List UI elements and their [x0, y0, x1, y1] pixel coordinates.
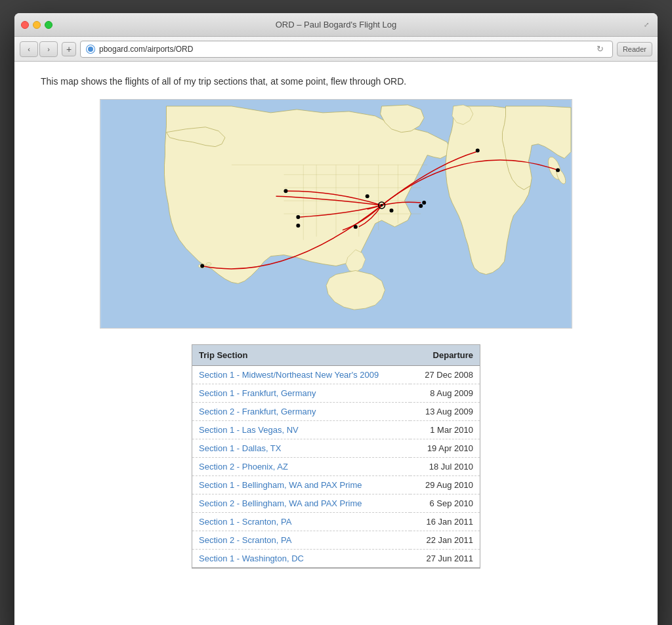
table-row: Section 2 - Frankfurt, Germany13 Aug 200… [192, 403, 480, 421]
trip-section-cell[interactable]: Section 1 - Midwest/Northeast New Year's… [192, 366, 410, 384]
table-row: Section 2 - Bellingham, WA and PAX Prime… [192, 494, 480, 513]
svg-point-36 [381, 204, 383, 207]
trip-section-cell[interactable]: Section 2 - Scranton, PA [192, 531, 410, 550]
page-description: This map shows the flights of all of my … [41, 75, 631, 89]
traffic-lights [21, 21, 52, 29]
trip-section-cell[interactable]: Section 1 - Bellingham, WA and PAX Prime [192, 476, 410, 494]
table-row: Section 1 - Scranton, PA16 Jan 2011 [192, 513, 480, 531]
departure-date-cell: 16 Jan 2011 [410, 513, 480, 531]
table-row: Section 1 - Washington, DC27 Jun 2011 [192, 550, 480, 568]
trip-section-cell[interactable]: Section 2 - Bellingham, WA and PAX Prime [192, 494, 410, 513]
departure-date-cell: 6 Sep 2010 [410, 494, 480, 513]
departure-date-cell: 13 Aug 2009 [410, 403, 480, 421]
nav-buttons: ‹ › [20, 41, 58, 57]
fullscreen-icon[interactable]: ⤢ [642, 20, 651, 30]
trip-section-cell[interactable]: Section 2 - Frankfurt, Germany [192, 403, 410, 421]
svg-point-28 [296, 224, 300, 228]
trip-section-cell[interactable]: Section 2 - Phoenix, AZ [192, 458, 410, 476]
table-row: Section 1 - Bellingham, WA and PAX Prime… [192, 476, 480, 494]
departure-date-cell: 1 Mar 2010 [410, 421, 480, 439]
svg-point-29 [354, 225, 358, 229]
reader-button[interactable]: Reader [617, 42, 652, 56]
departure-date-cell: 29 Aug 2010 [410, 476, 480, 494]
table-header-row: Trip Section Departure [192, 345, 480, 366]
table-row: Section 2 - Scranton, PA22 Jan 2011 [192, 531, 480, 550]
minimize-button[interactable] [33, 21, 41, 29]
maximize-button[interactable] [45, 21, 52, 29]
table-row: Section 1 - Midwest/Northeast New Year's… [192, 366, 480, 384]
browser-toolbar: ‹ › + pbogard.com/airports/ORD ↻ Reader [14, 37, 658, 62]
titlebar: ORD – Paul Bogard's Flight Log ⤢ [14, 13, 658, 37]
reload-button[interactable]: ↻ [594, 43, 607, 56]
trip-section-cell[interactable]: Section 1 - Washington, DC [192, 550, 410, 568]
trip-section-cell[interactable]: Section 1 - Las Vegas, NV [192, 421, 410, 439]
flight-map [100, 99, 572, 329]
window-title: ORD – Paul Bogard's Flight Log [276, 20, 397, 30]
table-row: Section 1 - Frankfurt, Germany8 Aug 2009 [192, 384, 480, 403]
trip-section-cell[interactable]: Section 1 - Dallas, TX [192, 439, 410, 458]
flights-table-container: Trip Section Departure Section 1 - Midwe… [192, 344, 480, 569]
trip-section-cell[interactable]: Section 1 - Scranton, PA [192, 513, 410, 531]
col-departure: Departure [410, 345, 480, 366]
svg-point-25 [556, 168, 560, 172]
secure-icon [86, 45, 95, 54]
departure-date-cell: 19 Apr 2010 [410, 439, 480, 458]
svg-point-27 [296, 215, 300, 219]
departure-date-cell: 22 Jan 2011 [410, 531, 480, 550]
svg-point-26 [284, 189, 287, 193]
browser-window: ORD – Paul Bogard's Flight Log ⤢ ‹ › + p… [14, 13, 658, 625]
address-bar[interactable]: pbogard.com/airports/ORD ↻ [80, 41, 613, 58]
close-button[interactable] [21, 21, 29, 29]
svg-point-34 [390, 209, 394, 212]
back-button[interactable]: ‹ [20, 41, 38, 57]
departure-date-cell: 18 Jul 2010 [410, 458, 480, 476]
table-row: Section 2 - Phoenix, AZ18 Jul 2010 [192, 458, 480, 476]
svg-point-31 [419, 204, 423, 208]
departure-date-cell: 8 Aug 2009 [410, 384, 480, 403]
svg-point-33 [366, 194, 369, 198]
departure-date-cell: 27 Dec 2008 [410, 366, 480, 384]
address-text: pbogard.com/airports/ORD [99, 45, 590, 54]
new-tab-button[interactable]: + [62, 42, 76, 56]
col-trip-section: Trip Section [192, 345, 410, 366]
forward-button[interactable]: › [39, 41, 58, 57]
table-row: Section 1 - Dallas, TX19 Apr 2010 [192, 439, 480, 458]
page-content: This map shows the flights of all of my … [14, 62, 658, 625]
svg-point-32 [476, 149, 480, 153]
table-row: Section 1 - Las Vegas, NV1 Mar 2010 [192, 421, 480, 439]
svg-point-30 [422, 201, 426, 205]
flights-table: Trip Section Departure Section 1 - Midwe… [192, 345, 480, 568]
svg-point-24 [200, 264, 204, 268]
svg-point-5 [206, 263, 211, 266]
departure-date-cell: 27 Jun 2011 [410, 550, 480, 568]
trip-section-cell[interactable]: Section 1 - Frankfurt, Germany [192, 384, 410, 403]
